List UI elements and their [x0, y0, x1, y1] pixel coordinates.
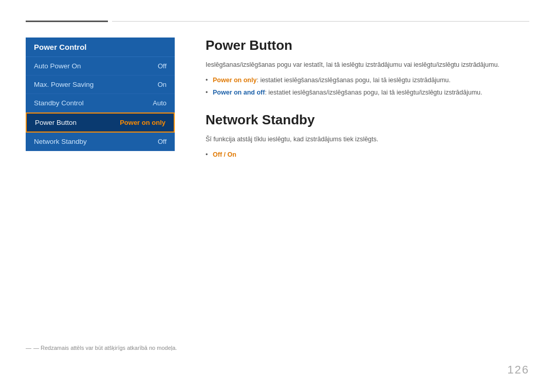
network-standby-bullets: Off / On — [206, 150, 529, 160]
menu-item-value: Off — [158, 138, 166, 145]
footer-dash: ― — [26, 345, 31, 351]
top-decoration — [26, 21, 529, 22]
bullet-power-on-and-off: Power on and off: iestatiet ieslēgšanas/… — [206, 87, 529, 98]
menu-item-label: Auto Power On — [34, 62, 81, 70]
menu-item-power-button[interactable]: Power Button Power on only — [26, 113, 175, 133]
menu-item-label: Power Button — [35, 119, 77, 126]
power-button-bullets: Power on only: iestatiet ieslēgšanas/izs… — [206, 75, 529, 98]
menu-item-value: Off — [158, 62, 166, 70]
menu-item-label: Max. Power Saving — [34, 81, 94, 88]
menu-item-value: Power on only — [120, 119, 165, 126]
bullet-bold-blue: Power on and off — [213, 89, 265, 96]
network-standby-intro: Šī funkcija atstāj tīklu ieslēgtu, kad i… — [206, 134, 529, 144]
power-button-title: Power Button — [206, 38, 529, 53]
bullet-power-on-only: Power on only: iestatiet ieslēgšanas/izs… — [206, 75, 529, 85]
bullet-bold-orange: Power on only — [213, 77, 256, 84]
footer-note-text: ― Redzamais attēls var būt atšķirīgs atk… — [33, 345, 177, 351]
network-standby-section: Network Standby Šī funkcija atstāj tīklu… — [206, 112, 529, 160]
menu-panel: Power Control Auto Power On Off Max. Pow… — [26, 38, 175, 151]
power-button-section: Power Button Ieslēgšanas/izslēgšanas pog… — [206, 38, 529, 98]
right-content: Power Button Ieslēgšanas/izslēgšanas pog… — [206, 38, 529, 174]
menu-item-standby-control[interactable]: Standby Control Auto — [26, 94, 175, 113]
menu-item-value: On — [158, 81, 166, 88]
menu-items: Auto Power On Off Max. Power Saving On S… — [26, 57, 175, 151]
bullet-off-on-text: Off / On — [213, 151, 236, 158]
menu-item-label: Network Standby — [34, 138, 87, 145]
menu-item-value: Auto — [153, 99, 166, 107]
network-standby-title: Network Standby — [206, 112, 529, 128]
content-area: Power Control Auto Power On Off Max. Pow… — [26, 38, 529, 174]
bullet-rest: : iestatiet ieslēgšanas/izslēgšanas pogu… — [256, 77, 450, 84]
bullet-off-on: Off / On — [206, 150, 529, 160]
page-number: 126 — [507, 363, 529, 377]
power-button-intro: Ieslēgšanas/izslēgšanas pogu var iestatī… — [206, 60, 529, 70]
menu-item-auto-power-on[interactable]: Auto Power On Off — [26, 57, 175, 76]
top-line-light — [112, 21, 529, 22]
bullet-rest: : iestatiet ieslēgšanas/izslēgšanas pogu… — [265, 89, 482, 96]
footer-note: ―― Redzamais attēls var būt atšķirīgs at… — [26, 345, 179, 351]
menu-item-network-standby[interactable]: Network Standby Off — [26, 133, 175, 151]
menu-title: Power Control — [26, 38, 175, 57]
top-line-dark — [26, 21, 108, 22]
page-container: Power Control Auto Power On Off Max. Pow… — [0, 0, 555, 392]
menu-item-max-power-saving[interactable]: Max. Power Saving On — [26, 76, 175, 94]
menu-item-label: Standby Control — [34, 99, 84, 107]
